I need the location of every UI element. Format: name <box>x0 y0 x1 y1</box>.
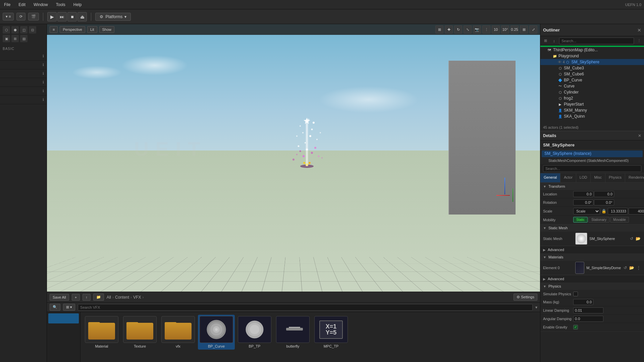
eye-icon-sky[interactable]: 👁 <box>558 60 561 64</box>
crumb-vfx[interactable]: VFX <box>133 295 141 300</box>
tab-lod[interactable]: LOD <box>576 173 591 182</box>
camera-mode[interactable]: 🎬 <box>28 13 39 20</box>
enable-gravity-checkbox[interactable] <box>573 325 578 329</box>
cb-import-button[interactable]: ↑ <box>83 294 91 301</box>
save-all-button[interactable]: Save All <box>50 294 69 301</box>
vp-tool-scale[interactable]: ⤡ <box>464 25 472 34</box>
angular-damping-input[interactable] <box>573 316 603 322</box>
viewport-lit[interactable]: Lit <box>87 26 97 33</box>
details-component-row[interactable]: StaticMeshComponent (StaticMeshComponent… <box>540 158 644 164</box>
cb-tree-selected[interactable] <box>48 313 79 323</box>
rotation-y-input[interactable] <box>594 199 614 205</box>
crumb-content[interactable]: Content <box>115 295 129 300</box>
tab-rendering[interactable]: Rendering <box>625 173 644 182</box>
settings-button[interactable]: ⚙ Settings <box>514 294 537 301</box>
vp-tool-angle[interactable]: 10° <box>501 25 509 34</box>
left-tool-6[interactable]: ℹ <box>0 96 47 104</box>
transform-mode[interactable]: ⟳ <box>16 13 25 20</box>
outliner-item-cube6[interactable]: ⬡ SM_Cube6 <box>540 71 644 77</box>
left-icon-6[interactable]: ⊞ <box>11 35 19 42</box>
asset-vfx[interactable]: vfx <box>160 315 197 350</box>
location-x-input[interactable] <box>573 191 593 197</box>
asset-bp-curve[interactable]: BP_Curve <box>198 315 235 350</box>
vp-tool-rotate[interactable]: ↻ <box>454 25 462 34</box>
vp-tool-max[interactable]: ⤢ <box>529 25 537 34</box>
outliner-item-curve[interactable]: 〜 Curve <box>540 83 644 89</box>
simulate-physics-checkbox[interactable] <box>573 292 578 296</box>
static-mesh-section-header[interactable]: ▼ Static Mesh <box>540 224 644 232</box>
outliner-item-bp-curve[interactable]: 🔷 BP_Curve <box>540 77 644 83</box>
menu-file[interactable]: File <box>3 2 12 8</box>
cb-add-button[interactable]: + <box>72 294 80 301</box>
left-tool-3-info[interactable]: ℹ <box>43 71 44 76</box>
left-tool-3[interactable]: ℹ <box>0 69 47 78</box>
left-icon-4[interactable]: ⊡ <box>29 26 36 34</box>
asset-mpc-tp[interactable]: X=1Y=5 MPC_TP <box>313 315 350 350</box>
tab-actor[interactable]: Actor <box>560 173 576 182</box>
vp-tool-speed[interactable]: 0.25 <box>511 25 519 34</box>
cb-search-toggle[interactable]: 🔍 <box>50 304 60 311</box>
outliner-close-button[interactable]: ✕ <box>637 27 641 33</box>
stop-button[interactable]: ■ <box>67 12 77 21</box>
mass-input[interactable] <box>573 299 593 305</box>
mobility-stationary-btn[interactable]: Stationary <box>588 217 609 223</box>
outliner-item-map[interactable]: 🗺 ThirdPersonMap (Edito... <box>540 47 644 53</box>
viewport-show[interactable]: Show <box>99 26 115 33</box>
left-tool-6-info[interactable]: ℹ <box>43 98 44 102</box>
transform-section-header[interactable]: ▼ Transform <box>540 183 644 190</box>
left-tool-2-info[interactable]: ℹ <box>43 63 44 67</box>
vp-tool-view[interactable]: ⊞ <box>520 25 528 34</box>
vp-tool-camera[interactable]: 📷 <box>473 25 481 34</box>
outliner-item-frog2[interactable]: ⬡ frog2 <box>540 95 644 101</box>
menu-window[interactable]: Window <box>32 2 49 8</box>
asset-material[interactable]: Material <box>83 315 120 350</box>
viewport-perspective[interactable]: Perspective <box>60 26 85 33</box>
mode-selector[interactable]: ▾ ≡ <box>3 13 14 20</box>
crumb-all[interactable]: All <box>107 295 111 300</box>
tab-misc[interactable]: Misc <box>591 173 605 182</box>
advanced2-header[interactable]: ▶ Advanced <box>540 275 644 283</box>
left-icon-1[interactable]: ⬡ <box>3 26 10 34</box>
outliner-sort-btn[interactable]: ↕ <box>550 37 558 45</box>
outliner-search-input[interactable] <box>559 38 634 44</box>
vp-tool-grid[interactable]: ⋮ <box>482 25 490 34</box>
details-search-input[interactable] <box>543 165 641 172</box>
scale-lock-btn[interactable]: 🔒 <box>601 208 607 215</box>
details-instance-row[interactable]: SM_SkySphere (Instance) <box>542 150 643 157</box>
linear-damping-input[interactable] <box>573 307 603 313</box>
outliner-item-playground[interactable]: 📁 Playground <box>540 53 644 59</box>
outliner-item-player-start[interactable]: ▶ PlayerStart <box>540 101 644 107</box>
tab-physics[interactable]: Physics <box>605 173 625 182</box>
cb-folder-button[interactable]: 📁 <box>93 294 104 301</box>
skip-button[interactable]: ⏭ <box>57 12 67 21</box>
vp-tool-move[interactable]: ✚ <box>445 25 453 34</box>
outliner-item-sky-sphere[interactable]: 👁 4 ⬡ SM_SkySphere <box>540 59 644 65</box>
left-icon-3[interactable]: ◫ <box>20 26 28 34</box>
sm-browse-btn[interactable]: 📂 <box>635 236 641 241</box>
materials-section-header[interactable]: ▼ Materials <box>540 253 644 261</box>
left-icon-7[interactable]: ▤ <box>20 35 28 42</box>
left-tool-4-info[interactable]: ℹ <box>43 80 44 84</box>
menu-edit[interactable]: Edit <box>17 2 27 8</box>
menu-tools[interactable]: Tools <box>55 2 67 8</box>
details-close-button[interactable]: ✕ <box>638 133 641 138</box>
advanced1-header[interactable]: ▶ Advanced <box>540 246 644 253</box>
asset-bp-tp[interactable]: BP_TP <box>236 315 273 350</box>
left-tool-5[interactable]: ℹ <box>0 87 47 96</box>
asset-butterfly[interactable]: butterfly <box>274 315 311 350</box>
scale-y-input[interactable] <box>629 208 644 215</box>
cb-search-input[interactable] <box>78 304 533 311</box>
platforms-button[interactable]: ⚙ Platforms ▾ <box>95 13 131 21</box>
left-tool-1[interactable]: ℹ <box>0 52 47 61</box>
viewport[interactable]: ≡ Perspective Lit Show ⊞ ✚ ↻ ⤡ 📷 ⋮ 10 10… <box>47 24 540 292</box>
left-tool-5-info[interactable]: ℹ <box>43 89 44 93</box>
menu-help[interactable]: Help <box>72 2 83 8</box>
scale-dropdown[interactable]: Scale <box>573 208 600 215</box>
viewport-hamburger[interactable]: ≡ <box>50 26 58 33</box>
outliner-item-skm-manny[interactable]: 👤 SKM_Manny <box>540 107 644 113</box>
scale-x-input[interactable] <box>608 208 628 215</box>
left-tool-2[interactable]: ℹ <box>0 61 47 69</box>
left-tool-4[interactable]: ℹ <box>0 78 47 87</box>
outliner-item-cube3[interactable]: ⬡ SM_Cube3 <box>540 65 644 71</box>
mobility-movable-btn[interactable]: Movable <box>610 217 629 223</box>
